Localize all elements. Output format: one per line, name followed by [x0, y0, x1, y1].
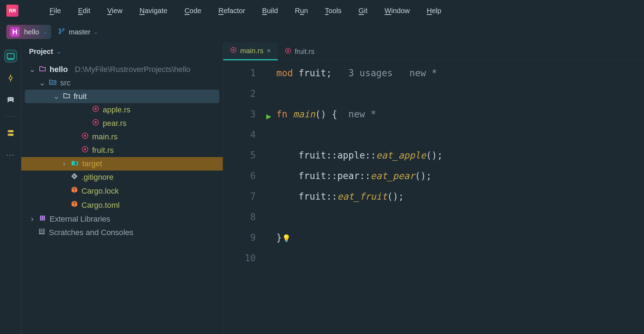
- sidebar-title: Project: [29, 48, 53, 56]
- scratches-icon: [38, 228, 45, 237]
- line-number: 8: [223, 207, 256, 227]
- svg-point-21: [74, 176, 75, 177]
- gitignore-icon: [71, 173, 78, 182]
- menu-file[interactable]: File: [50, 7, 61, 15]
- tree-label: Scratches and Consoles: [49, 228, 133, 237]
- menu-view[interactable]: View: [107, 7, 123, 15]
- tree-external-libraries[interactable]: › External Libraries: [21, 212, 223, 226]
- editor-tabs: main.rs × fruit.rs: [223, 43, 644, 61]
- tab-label: main.rs: [240, 47, 264, 55]
- commit-tool-button[interactable]: [5, 72, 16, 84]
- branch-name: master: [69, 28, 90, 36]
- svg-point-12: [95, 108, 97, 110]
- tree-root-name: hello: [50, 65, 68, 74]
- rust-file-icon: [81, 132, 89, 141]
- project-selector[interactable]: H hello ⌄: [6, 25, 51, 39]
- menu-help[interactable]: Help: [427, 7, 441, 15]
- folder-icon: [39, 65, 46, 74]
- menu-edit[interactable]: Edit: [78, 7, 90, 15]
- intention-bulb-icon[interactable]: 💡: [282, 234, 291, 243]
- tab-fruit-rs[interactable]: fruit.rs: [278, 43, 322, 60]
- code-token: fruit::pear::: [276, 171, 371, 181]
- line-number: 9: [223, 227, 256, 248]
- menu-refactor[interactable]: Refactor: [218, 7, 245, 15]
- cargo-file-icon: [71, 186, 78, 196]
- tree-label: apple.rs: [103, 105, 130, 115]
- author-hint[interactable]: new *: [349, 109, 376, 119]
- menu-window[interactable]: Window: [385, 7, 410, 15]
- svg-point-2: [63, 28, 64, 30]
- svg-rect-24: [44, 216, 45, 221]
- tree-scratches[interactable]: Scratches and Consoles: [21, 226, 223, 239]
- project-tree: ⌄ hello D:\MyFile\RustroverProjects\hell…: [21, 61, 223, 241]
- chevron-right-icon: ›: [29, 215, 35, 224]
- line-number: 7: [223, 186, 256, 207]
- cargo-file-icon: [71, 200, 78, 210]
- tree-label: External Libraries: [50, 215, 110, 224]
- source-code[interactable]: mod fruit; 3 usages new * fn main() { ne…: [276, 63, 443, 268]
- project-panel-header[interactable]: Project ⌄: [21, 43, 223, 61]
- svg-point-9: [9, 131, 9, 132]
- code-token: }: [276, 232, 282, 243]
- tree-fruit-rs[interactable]: fruit.rs: [21, 144, 223, 157]
- menu-bar: RR File Edit View Navigate Code Refactor…: [0, 0, 644, 21]
- svg-point-29: [287, 50, 289, 51]
- close-icon[interactable]: ×: [267, 47, 271, 55]
- tree-main-rs[interactable]: main.rs: [21, 130, 223, 144]
- chevron-right-icon: ›: [61, 159, 67, 168]
- svg-point-0: [59, 28, 61, 30]
- code-token: ();: [387, 191, 404, 202]
- menu-tools[interactable]: Tools: [325, 7, 341, 15]
- tree-fruit-folder[interactable]: ⌄ fruit: [25, 90, 219, 103]
- tree-label: fruit.rs: [92, 146, 114, 155]
- chevron-down-icon: ⌄: [53, 92, 60, 101]
- chevron-down-icon: ⌄: [94, 29, 98, 35]
- project-sidebar: Project ⌄ ⌄ hello D:\MyFile\RustroverPro…: [21, 43, 223, 334]
- project-name: hello: [24, 28, 39, 36]
- rust-file-icon: [92, 119, 99, 128]
- code-token: ();: [415, 171, 431, 181]
- tree-label: src: [60, 78, 70, 88]
- menu-navigate[interactable]: Navigate: [140, 7, 168, 15]
- tree-target[interactable]: › target: [21, 157, 223, 171]
- tree-cargo-toml[interactable]: Cargo.toml: [21, 198, 223, 212]
- tree-label: main.rs: [92, 132, 118, 141]
- svg-point-4: [9, 77, 12, 79]
- tree-cargo-lock[interactable]: Cargo.lock: [21, 184, 223, 198]
- tree-gitignore[interactable]: .gitignore: [21, 171, 223, 184]
- svg-point-20: [75, 163, 77, 164]
- line-number: 2: [223, 83, 256, 104]
- usages-hint[interactable]: 3 usages: [349, 68, 393, 78]
- editor-area: main.rs × fruit.rs 1 2 3 ▶ 4 5 6 7 8: [223, 43, 644, 334]
- tab-main-rs[interactable]: main.rs ×: [223, 43, 278, 60]
- database-tool-button[interactable]: [5, 127, 16, 139]
- more-tool-button[interactable]: ···: [5, 149, 16, 161]
- tree-apple-rs[interactable]: apple.rs: [21, 103, 223, 117]
- tree-pear-rs[interactable]: pear.rs: [21, 117, 223, 130]
- menu-run[interactable]: Run: [295, 7, 308, 15]
- rust-file-icon: [285, 48, 291, 56]
- line-number: 3: [223, 104, 256, 124]
- chevron-down-icon: ⌄: [43, 29, 47, 35]
- run-gutter-icon[interactable]: ▶: [266, 106, 271, 127]
- code-token: mod: [276, 68, 299, 78]
- menu-build[interactable]: Build: [262, 7, 278, 15]
- project-tool-button[interactable]: [5, 50, 16, 62]
- chevron-down-icon: ⌄: [57, 49, 61, 55]
- code-token: fruit: [299, 68, 326, 78]
- git-branch-selector[interactable]: master ⌄: [58, 28, 98, 37]
- code-editor[interactable]: 1 2 3 ▶ 4 5 6 7 8 9 10 mod fruit; 3 usag…: [223, 61, 644, 268]
- svg-point-16: [84, 135, 86, 137]
- menu-git[interactable]: Git: [358, 7, 368, 15]
- line-number: 5: [223, 145, 256, 166]
- author-hint[interactable]: new *: [409, 68, 437, 78]
- app-icon: RR: [6, 5, 18, 17]
- code-token: ;: [326, 68, 332, 78]
- copilot-tool-button[interactable]: [5, 94, 16, 106]
- tree-src[interactable]: ⌄ src: [21, 76, 223, 90]
- code-token: () {: [315, 109, 338, 119]
- tree-root[interactable]: ⌄ hello D:\MyFile\RustroverProjects\hell…: [21, 63, 223, 76]
- menu-code[interactable]: Code: [185, 7, 202, 15]
- code-token: fruit::: [276, 191, 337, 202]
- code-token: eat_fruit: [337, 191, 387, 202]
